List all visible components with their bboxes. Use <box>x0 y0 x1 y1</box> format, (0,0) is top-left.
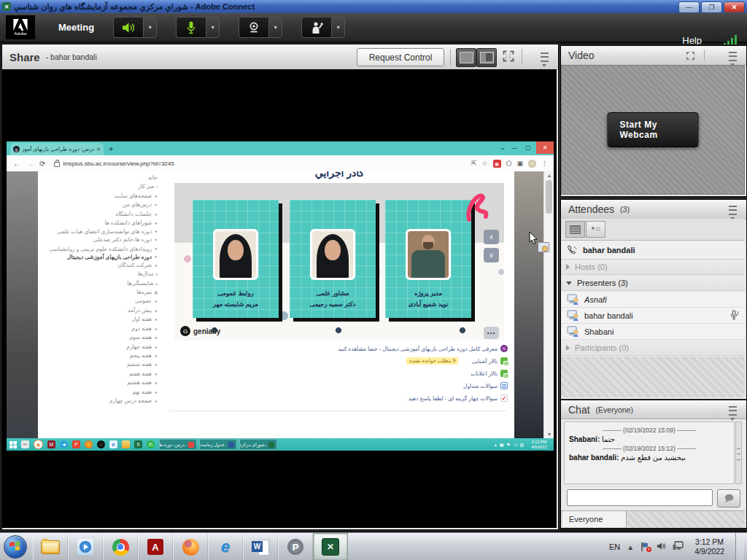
minimize-button[interactable]: — <box>678 1 700 13</box>
sidebar-item[interactable]: ▼دوره طراحی بازیهای آموزشی دیجیتال <box>38 253 165 261</box>
webcam-dropdown[interactable]: ▼ <box>268 17 282 38</box>
shared-obs-icon[interactable]: ◌ <box>97 440 105 448</box>
shared-taskbar-window[interactable]: ..درس: دوره طرا <box>159 439 197 450</box>
sidebar-item[interactable]: ▼درس‌های من <box>38 201 165 209</box>
chat-input[interactable] <box>567 489 713 506</box>
share-page-icon[interactable]: ⇱ <box>471 160 477 167</box>
chat-pod-menu-icon[interactable] <box>729 406 740 413</box>
sidebar-item[interactable]: ◄هفته هشتم <box>38 378 165 387</box>
meeting-menu[interactable]: Meeting <box>58 22 94 33</box>
presenters-group-row[interactable]: Presenters (3) <box>561 276 745 291</box>
sidebar-item[interactable]: ◄عمومی <box>38 297 165 306</box>
webcam-button[interactable] <box>239 17 268 38</box>
browser-chevron-icon[interactable]: ⌄ <box>497 141 508 154</box>
activity-link[interactable]: ✓سوالات چهار گزینه ای - لطفا پاسخ دهید. <box>165 394 508 402</box>
status-dropdown[interactable]: ▼ <box>331 17 345 38</box>
sidebar-item[interactable]: ▦نمره‌ها <box>38 288 165 297</box>
chat-scrollbar[interactable] <box>735 421 742 484</box>
sidebar-item[interactable]: ◄شوراهای دانشکده ها <box>38 219 165 228</box>
restore-button[interactable]: ❐ <box>701 1 722 13</box>
attendees-pod-menu-icon[interactable] <box>729 206 740 213</box>
sidebar-item[interactable]: ◄صفحه درس چهارم <box>38 397 165 405</box>
sidebar-item[interactable]: ◄هفته هفتم <box>38 370 165 378</box>
genially-logo[interactable]: G genially <box>180 326 220 336</box>
sidebar-item[interactable]: ◄جلسات دانشگاه <box>38 210 165 219</box>
everyone-tab[interactable]: Everyone <box>562 511 627 527</box>
taskbar-psiphon[interactable]: P <box>278 534 313 560</box>
taskbar-clock[interactable]: 3:12 PM 4/9/2022 <box>694 537 724 556</box>
raise-hand-button[interactable] <box>301 17 331 38</box>
start-webcam-button[interactable]: Start My Webcam <box>608 112 699 147</box>
list-view-button[interactable] <box>565 221 585 238</box>
taskbar-explorer[interactable] <box>33 534 68 560</box>
sidebar-item[interactable]: ◄رویدادهای دانشکده علوم تربیتی و روانشنا… <box>38 245 165 253</box>
browser-maximize[interactable]: ▢ <box>522 141 534 154</box>
shared-ie-icon[interactable]: e <box>109 440 117 448</box>
browser-close[interactable]: ✕ <box>536 141 554 154</box>
activity-link[interactable]: سوالات متداول <box>165 382 508 389</box>
sidebar-item[interactable]: ◄هفته دوم <box>38 324 165 333</box>
taskbar-word[interactable]: W <box>243 534 278 560</box>
card-view-button[interactable] <box>586 221 605 238</box>
forward-icon[interactable]: → <box>26 160 34 168</box>
taskbar-firefox[interactable] <box>173 534 208 560</box>
taskbar-ie[interactable]: e <box>208 534 243 560</box>
chat-send-button[interactable] <box>717 489 740 508</box>
sidebar-item[interactable]: ◄شرکت کنندگان <box>38 261 165 270</box>
taskbar-chrome[interactable] <box>103 534 138 560</box>
speaker-button[interactable] <box>113 17 143 38</box>
back-icon[interactable]: ← <box>13 160 20 168</box>
shared-telegram-icon[interactable]: ◄ <box>60 440 68 448</box>
share-pod-menu-icon[interactable] <box>541 52 552 60</box>
browser-minimize[interactable]: — <box>508 141 520 154</box>
sidebar-item[interactable]: ▴شایستگی‌ها <box>38 279 165 288</box>
sidebar-item[interactable]: ◄هفته پنجم <box>38 351 165 360</box>
mic-button[interactable] <box>176 17 206 38</box>
shared-app-icon-2[interactable]: M <box>47 440 55 448</box>
profile-avatar[interactable] <box>528 160 536 168</box>
sidebar-item[interactable]: ▪میز کار <box>38 182 165 191</box>
reading-list-icon[interactable]: ▣ <box>516 160 523 167</box>
slide-up-button[interactable]: ∧ <box>484 230 499 244</box>
shared-start-icon[interactable] <box>9 440 17 448</box>
request-control-button[interactable]: Request Control <box>357 48 444 66</box>
activity-link[interactable]: تالار آشنایی9 مطلب خوانده نشده <box>165 357 508 365</box>
hosts-group-row[interactable]: Hosts (0) <box>561 260 745 275</box>
extensions-puzzle-icon[interactable]: ⬡ <box>506 160 512 167</box>
show-desktop-button[interactable] <box>735 533 744 560</box>
sidebar-item[interactable]: ◄هفته اول <box>38 315 165 324</box>
reload-icon[interactable]: ⟳ <box>39 160 45 168</box>
browser-menu-icon[interactable]: ⋮ <box>541 160 548 167</box>
sidebar-item[interactable]: ◄هفته سوم <box>38 333 165 342</box>
language-indicator[interactable]: EN <box>609 542 620 551</box>
layout-toggle-presenter[interactable] <box>456 48 476 67</box>
activity-link[interactable]: تالار اعلانات <box>165 370 508 377</box>
sidebar-item[interactable]: ◄دوره های توانمندسازی اعضای هیات علمی <box>38 228 165 236</box>
sidebar-item[interactable]: ◄هفته ششم <box>38 360 165 369</box>
bookmark-star-icon[interactable]: ☆ <box>482 160 488 167</box>
genially-more-button[interactable]: ••• <box>484 327 499 339</box>
help-menu[interactable]: Help <box>682 35 702 46</box>
sidebar-item[interactable]: ◄هفته نهم <box>38 388 165 397</box>
activity-link[interactable]: Gمعرفی کامل دوره طراحی بازیهای آموزشی دی… <box>165 345 508 352</box>
browser-scrollbar[interactable]: ▲ ▼ <box>543 171 554 438</box>
volume-icon[interactable] <box>657 540 666 553</box>
network-icon[interactable] <box>673 540 684 553</box>
browser-tab[interactable]: g درس: دوره طراحي بازيهاي آموزشي ✕ <box>10 143 104 155</box>
tab-close-icon[interactable]: ✕ <box>96 147 101 152</box>
taskbar-media-player[interactable] <box>68 534 103 560</box>
shared-excel-icon[interactable]: X <box>134 440 142 448</box>
tray-expand-icon[interactable]: ▲ <box>627 543 634 551</box>
attendee-row[interactable]: bahar bandali <box>561 308 745 324</box>
video-fullscreen-icon[interactable] <box>685 50 696 63</box>
shared-taskbar-window[interactable]: ..جدول زمانبندی <box>199 439 237 450</box>
shared-whatsapp-icon[interactable]: ✆ <box>147 440 155 448</box>
shared-folder-icon[interactable] <box>122 440 130 448</box>
shared-app-icon-1[interactable]: ◉ <box>34 440 43 449</box>
scroll-thumb[interactable] <box>546 180 552 214</box>
taskbar-connect-app[interactable]: ✕ <box>313 533 348 560</box>
speaker-dropdown[interactable]: ▼ <box>143 17 157 38</box>
sidebar-item[interactable]: خانه <box>38 174 165 182</box>
new-tab-button[interactable]: + <box>109 144 113 153</box>
sidebar-item[interactable]: ◄پیش درآمد <box>38 306 165 315</box>
